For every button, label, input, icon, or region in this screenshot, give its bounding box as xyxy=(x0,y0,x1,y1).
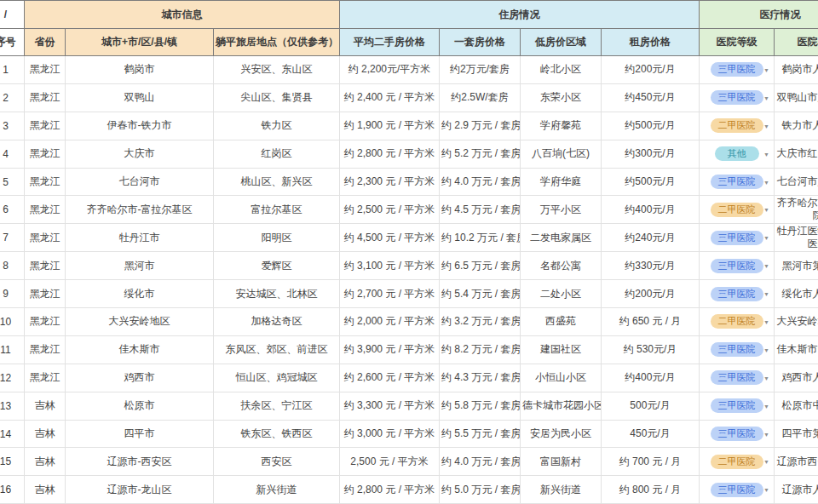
chevron-down-icon[interactable]: ▼ xyxy=(763,263,769,269)
cell-city[interactable]: 七台河市 xyxy=(66,168,214,196)
cell-low[interactable]: 二处小区 xyxy=(521,280,602,308)
chevron-down-icon[interactable]: ▼ xyxy=(763,318,769,324)
cell-low[interactable]: 岭北小区 xyxy=(521,56,602,84)
cell-avg[interactable]: 约 2,000 元 / 平方米 xyxy=(340,308,440,336)
cell-low[interactable]: 万平小区 xyxy=(521,196,602,224)
cell-seq[interactable]: 10 xyxy=(0,308,25,336)
cell-level[interactable]: 其他▼ xyxy=(700,140,775,168)
cell-location[interactable]: 爱辉区 xyxy=(214,252,340,280)
hospital-level-select[interactable]: 三甲医院 xyxy=(711,62,763,77)
cell-hospital[interactable]: 绥化市人民医院 xyxy=(775,280,818,308)
cell-seq[interactable]: 13 xyxy=(0,392,25,420)
chevron-down-icon[interactable]: ▼ xyxy=(763,207,769,213)
chevron-down-icon[interactable]: ▼ xyxy=(763,403,769,409)
cell-city[interactable]: 鸡西市 xyxy=(66,364,214,392)
cell-unit[interactable]: 约 4.0 万元 / 套房 xyxy=(440,168,521,196)
cell-level[interactable]: 二甲医院▼ xyxy=(700,112,775,140)
cell-city[interactable]: 辽源市-龙山区 xyxy=(66,476,214,504)
cell-unit[interactable]: 约 4.3 万元 / 套房 xyxy=(440,364,521,392)
header-col-hospital[interactable]: 医院名称 xyxy=(775,29,818,56)
cell-location[interactable]: 尖山区、集贤县 xyxy=(214,83,340,112)
cell-level[interactable]: 三甲医院▼ xyxy=(700,476,775,504)
cell-seq[interactable]: 1 xyxy=(0,56,25,84)
cell-location[interactable]: 新兴街道 xyxy=(214,476,340,504)
cell-level[interactable]: 三甲医院▼ xyxy=(700,83,775,112)
cell-location[interactable]: 铁力区 xyxy=(214,112,340,140)
cell-avg[interactable]: 约 2,800 元 / 平方米 xyxy=(340,476,440,504)
cell-province[interactable]: 吉林 xyxy=(25,476,66,504)
cell-unit[interactable]: 约 4.5 万元 / 套房 xyxy=(440,196,521,224)
cell-low[interactable]: 东荣小区 xyxy=(521,83,602,112)
cell-city[interactable]: 大庆市 xyxy=(66,140,214,168)
cell-location[interactable]: 恒山区、鸡冠城区 xyxy=(214,364,340,392)
cell-location[interactable]: 扶余区、宁江区 xyxy=(214,392,340,420)
cell-unit[interactable]: 约 10.2 万元 / 套房 xyxy=(440,224,521,252)
cell-rent[interactable]: 约300元/月 xyxy=(602,140,700,168)
cell-rent[interactable]: 约450元/月 xyxy=(602,83,700,112)
cell-seq[interactable]: 8 xyxy=(0,252,25,280)
cell-unit[interactable]: 约 5.4 万元 / 套房 xyxy=(440,280,521,308)
cell-rent[interactable]: 约 700 元 / 月 xyxy=(602,448,700,476)
chevron-down-icon[interactable]: ▼ xyxy=(763,431,769,437)
cell-low[interactable]: 名都公寓 xyxy=(521,252,602,280)
cell-province[interactable]: 吉林 xyxy=(25,420,66,448)
cell-rent[interactable]: 约400元/月 xyxy=(602,364,700,392)
cell-rent[interactable]: 约200元/月 xyxy=(602,56,700,84)
cell-province[interactable]: 黑龙江 xyxy=(25,196,66,224)
cell-avg[interactable]: 约 2,800 元 / 平方米 xyxy=(340,140,440,168)
cell-unit[interactable]: 约 5.2 万元 / 套房 xyxy=(440,140,521,168)
cell-level[interactable]: 三甲医院▼ xyxy=(700,420,775,448)
cell-hospital[interactable]: 双鸭山市人民医院 xyxy=(775,83,818,112)
chevron-down-icon[interactable]: ▼ xyxy=(763,291,769,297)
cell-hospital[interactable]: 大兴安岭地区医院 xyxy=(775,308,818,336)
cell-level[interactable]: 三甲医院▼ xyxy=(700,280,775,308)
cell-hospital[interactable]: 辽源市西安区医院 xyxy=(775,448,818,476)
cell-rent[interactable]: 约 800 元 / 月 xyxy=(602,476,700,504)
cell-location[interactable]: 兴安区、东山区 xyxy=(214,56,340,84)
cell-hospital[interactable]: 大庆市红岗区医院 xyxy=(775,140,818,168)
cell-province[interactable]: 黑龙江 xyxy=(25,364,66,392)
hospital-level-select[interactable]: 二甲医院 xyxy=(711,118,763,133)
cell-level[interactable]: 二甲医院▼ xyxy=(700,196,775,224)
cell-province[interactable]: 黑龙江 xyxy=(25,140,66,168)
cell-rent[interactable]: 约400元/月 xyxy=(602,196,700,224)
cell-city[interactable]: 牡丹江市 xyxy=(66,224,214,252)
chevron-down-icon[interactable]: ▼ xyxy=(763,123,769,129)
header-col-unit[interactable]: 一套房价格 xyxy=(440,29,521,56)
cell-province[interactable]: 吉林 xyxy=(25,448,66,476)
cell-seq[interactable]: 14 xyxy=(0,420,25,448)
hospital-level-select[interactable]: 三甲医院 xyxy=(711,259,763,273)
cell-province[interactable]: 黑龙江 xyxy=(25,112,66,140)
cell-low[interactable]: 小恒山小区 xyxy=(521,364,602,392)
cell-rent[interactable]: 约500元/月 xyxy=(602,112,700,140)
cell-hospital[interactable]: 黑河市第一医院 xyxy=(775,252,818,280)
cell-avg[interactable]: 约 3,300 元 / 平方米 xyxy=(340,392,440,420)
cell-location[interactable]: 桃山区、新兴区 xyxy=(214,168,340,196)
cell-low[interactable]: 新兴街道 xyxy=(521,476,602,504)
cell-rent[interactable]: 约500元/月 xyxy=(602,168,700,196)
header-group-medical-info[interactable]: 医疗情况 xyxy=(700,1,818,29)
cell-rent[interactable]: 约 530元/月 xyxy=(602,335,700,364)
chevron-down-icon[interactable]: ▼ xyxy=(763,346,769,352)
cell-level[interactable]: 三甲医院▼ xyxy=(700,392,775,420)
hospital-level-select[interactable]: 三甲医院 xyxy=(711,398,763,413)
cell-low[interactable]: 学府馨苑 xyxy=(521,112,602,140)
hospital-level-select[interactable]: 三甲医院 xyxy=(711,342,763,357)
header-group-housing-info[interactable]: 住房情况 xyxy=(340,1,700,29)
cell-seq[interactable]: 3 xyxy=(0,112,25,140)
cell-unit[interactable]: 约2万元/套房 xyxy=(440,56,521,84)
cell-avg[interactable]: 2,500 元 / 平方米 xyxy=(340,448,440,476)
cell-unit[interactable]: 约2.5W/套房 xyxy=(440,83,521,112)
hospital-level-select[interactable]: 三甲医院 xyxy=(711,427,763,441)
header-group-corner[interactable]: / xyxy=(0,1,25,29)
cell-city[interactable]: 鹤岗市 xyxy=(66,56,214,84)
cell-rent[interactable]: 约200元/月 xyxy=(602,280,700,308)
cell-city[interactable]: 齐齐哈尔市-富拉尔基区 xyxy=(66,196,214,224)
cell-seq[interactable]: 16 xyxy=(0,476,25,504)
cell-avg[interactable]: 约 4,500 元 / 平方米 xyxy=(340,224,440,252)
chevron-down-icon[interactable]: ▼ xyxy=(763,375,769,381)
cell-level[interactable]: 二甲医院▼ xyxy=(700,308,775,336)
cell-seq[interactable]: 2 xyxy=(0,83,25,112)
cell-seq[interactable]: 7 xyxy=(0,224,25,252)
cell-low[interactable]: 建国社区 xyxy=(521,335,602,364)
